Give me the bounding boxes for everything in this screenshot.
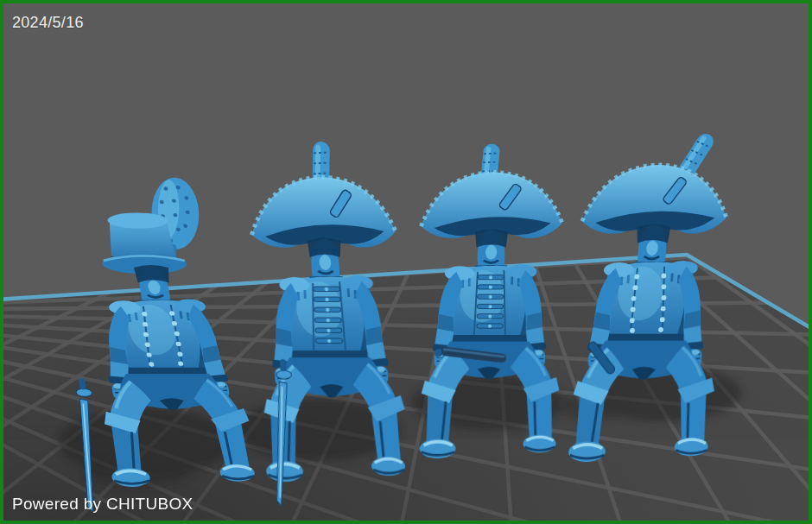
chitubox-preview-window: 2024/5/16 Powered by CHITUBOX — [0, 0, 812, 524]
3d-viewport[interactable] — [3, 3, 809, 521]
